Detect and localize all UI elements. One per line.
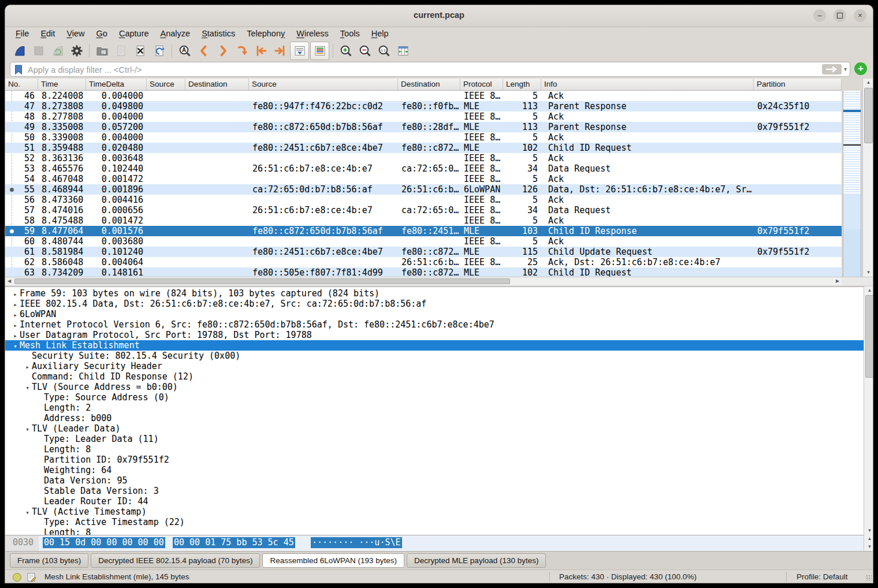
- zoom-out-button[interactable]: [356, 42, 374, 59]
- profile-text[interactable]: Profile: Default: [797, 572, 848, 581]
- packet-row-53[interactable]: 538.4655760.10244026:51:c6:b7:e8:ce:4b:e…: [5, 163, 842, 174]
- find-packet-button[interactable]: A: [176, 42, 194, 59]
- collapse-arrow-icon[interactable]: ▸: [11, 289, 20, 299]
- collapse-arrow-icon[interactable]: ▸: [11, 331, 20, 340]
- packet-row-57[interactable]: 578.4740160.00065626:51:c6:b7:e8:ce:4b:e…: [5, 205, 842, 215]
- column-header-destination-2[interactable]: Destination: [398, 79, 460, 90]
- scroll-down-arrow[interactable]: ▼: [863, 269, 873, 277]
- packet-row-46[interactable]: 468.2240080.004000IEEE 8…5Ack: [5, 91, 842, 101]
- resize-columns-button[interactable]: [394, 42, 412, 59]
- bytes-scroll-up-arrow[interactable]: ▲: [864, 535, 873, 543]
- packet-list-scrollbar[interactable]: ▲ ▼: [862, 79, 873, 277]
- detail-row[interactable]: Length: 2: [5, 403, 864, 413]
- column-header-no[interactable]: No.: [5, 79, 38, 90]
- byte-view-tab-1[interactable]: Decrypted IEEE 802.15.4 payload (70 byte…: [91, 553, 260, 568]
- zoom-original-button[interactable]: 1:1: [375, 42, 393, 59]
- zoom-in-button[interactable]: [337, 42, 355, 59]
- menu-view[interactable]: View: [61, 29, 90, 38]
- packet-row-59[interactable]: 598.4770640.001576fe80::c872:650d:b7b8:5…: [5, 226, 842, 236]
- menu-wireless[interactable]: Wireless: [291, 29, 334, 38]
- detail-row[interactable]: ▸Internet Protocol Version 6, Src: fe80:…: [5, 319, 864, 330]
- start-capture-button[interactable]: [10, 42, 28, 59]
- menu-tools[interactable]: Tools: [334, 29, 366, 38]
- collapse-arrow-icon[interactable]: ▸: [11, 321, 20, 330]
- hex-bytes-group-2[interactable]: 00 00 01 75 bb 53 5c 45: [173, 537, 295, 548]
- reload-file-button[interactable]: [150, 42, 168, 59]
- restart-capture-button[interactable]: [49, 42, 66, 59]
- packet-row-47[interactable]: 478.2738080.049800fe80::947f:f476:22bc:c…: [5, 101, 842, 111]
- menu-help[interactable]: Help: [366, 29, 395, 38]
- detail-row[interactable]: Weighting: 64: [5, 465, 864, 475]
- go-to-packet-button[interactable]: [233, 42, 251, 59]
- column-header-length[interactable]: Length: [503, 79, 541, 90]
- packet-row-61[interactable]: 618.5819840.101240fe80::2451:c6b7:e8ce:4…: [5, 247, 842, 257]
- detail-row[interactable]: Address: b000: [5, 413, 864, 423]
- collapse-arrow-icon[interactable]: ▸: [11, 310, 20, 319]
- detail-row[interactable]: ▸IEEE 802.15.4 Data, Dst: 26:51:c6:b7:e8…: [5, 299, 864, 309]
- detail-row[interactable]: Leader Router ID: 44: [5, 496, 864, 507]
- menu-go[interactable]: Go: [91, 29, 113, 38]
- last-packet-button[interactable]: [271, 42, 289, 59]
- display-filter-box[interactable]: ▾: [10, 62, 850, 77]
- close-button[interactable]: ×: [854, 9, 866, 22]
- packet-row-55[interactable]: 558.4689440.001896ca:72:65:0d:b7:b8:56:a…: [5, 184, 842, 195]
- details-scroll-down-arrow[interactable]: ▼: [864, 527, 873, 535]
- detail-row[interactable]: Stable Data Version: 3: [5, 486, 864, 496]
- column-header-timedelta[interactable]: TimeDelta: [86, 79, 147, 90]
- packet-row-62[interactable]: 628.5860480.00406426:51:c6:b…IEEE 8…25Ac…: [5, 257, 842, 267]
- detail-row[interactable]: Security Suite: 802.15.4 Security (0x00): [5, 351, 864, 361]
- column-header-partition[interactable]: Partition: [754, 79, 842, 90]
- hscroll-thumb[interactable]: [14, 278, 510, 284]
- packet-row-58[interactable]: 588.4754880.001472IEEE 8…5Ack: [5, 215, 842, 226]
- go-back-button[interactable]: [195, 42, 213, 59]
- detail-row[interactable]: ▸6LoWPAN: [5, 309, 864, 319]
- expand-arrow-icon[interactable]: ▾: [23, 425, 32, 434]
- expert-info-icon[interactable]: [13, 573, 21, 582]
- maximize-button[interactable]: [834, 9, 846, 22]
- column-header-time[interactable]: Time: [38, 79, 86, 90]
- detail-row[interactable]: ▾TLV (Active Timestamp): [5, 507, 864, 517]
- detail-row[interactable]: Command: Child ID Response (12): [5, 371, 864, 382]
- detail-row[interactable]: ▸User Datagram Protocol, Src Port: 19788…: [5, 330, 864, 340]
- packet-list-hscrollbar[interactable]: ◀ ▶: [5, 277, 842, 285]
- column-header-protocol[interactable]: Protocol: [460, 79, 503, 90]
- menu-capture[interactable]: Capture: [113, 29, 155, 38]
- packet-row-49[interactable]: 498.3350080.057200fe80::c872:650d:b7b8:5…: [5, 122, 842, 132]
- byte-view-tab-3[interactable]: Decrypted MLE payload (130 bytes): [407, 553, 546, 568]
- column-header-destination-1[interactable]: Destination: [185, 79, 249, 90]
- go-forward-button[interactable]: [214, 42, 232, 59]
- hex-ascii[interactable]: ········ ···u·S\E: [311, 537, 402, 548]
- colorize-button[interactable]: [310, 42, 329, 60]
- packet-row-60[interactable]: 608.4807440.003680IEEE 8…5Ack: [5, 236, 842, 247]
- menu-statistics[interactable]: Statistics: [196, 29, 241, 38]
- packet-row-50[interactable]: 508.3390080.004000IEEE 8…5Ack: [5, 132, 842, 143]
- menu-analyze[interactable]: Analyze: [155, 29, 196, 38]
- packet-row-54[interactable]: 548.4670480.001472IEEE 8…5Ack: [5, 174, 842, 184]
- byte-view-tab-2[interactable]: Reassembled 6LoWPAN (193 bytes): [262, 553, 404, 568]
- first-packet-button[interactable]: [252, 42, 270, 59]
- detail-row[interactable]: Partition ID: 0x79f551f2: [5, 455, 864, 465]
- byte-view-tab-0[interactable]: Frame (103 bytes): [10, 553, 88, 568]
- menu-file[interactable]: File: [10, 29, 35, 38]
- stop-capture-button[interactable]: [29, 42, 47, 59]
- filter-dropdown-caret[interactable]: ▾: [844, 66, 847, 72]
- resize-grip[interactable]: [866, 575, 872, 580]
- save-file-button[interactable]: [112, 42, 130, 59]
- scroll-right-arrow[interactable]: ▶: [834, 277, 842, 285]
- display-filter-input[interactable]: [27, 64, 797, 76]
- details-scroll-up-arrow[interactable]: ▲: [864, 286, 873, 295]
- packet-row-48[interactable]: 488.2778080.004000IEEE 8…5Ack: [5, 111, 842, 122]
- packet-row-51[interactable]: 518.3594880.020480fe80::2451:c6b7:e8ce:4…: [5, 143, 842, 153]
- capture-comment-icon[interactable]: [27, 572, 37, 583]
- bookmark-icon[interactable]: [14, 65, 23, 77]
- menu-telephony[interactable]: Telephony: [241, 29, 291, 38]
- detail-row[interactable]: ▸Frame 59: 103 bytes on wire (824 bits),…: [5, 288, 864, 299]
- menu-edit[interactable]: Edit: [35, 29, 61, 38]
- bytes-scroll-down-arrow[interactable]: ▼: [864, 543, 873, 551]
- detail-row[interactable]: Length: 8: [5, 444, 864, 455]
- detail-row[interactable]: Type: Leader Data (11): [5, 434, 864, 444]
- detail-row[interactable]: Type: Source Address (0): [5, 392, 864, 403]
- expand-arrow-icon[interactable]: ▾: [23, 383, 32, 392]
- details-scroll-thumb[interactable]: [865, 295, 873, 378]
- packet-row-63[interactable]: 638.7342090.148161fe80::505e:f807:7f81:4…: [5, 267, 842, 277]
